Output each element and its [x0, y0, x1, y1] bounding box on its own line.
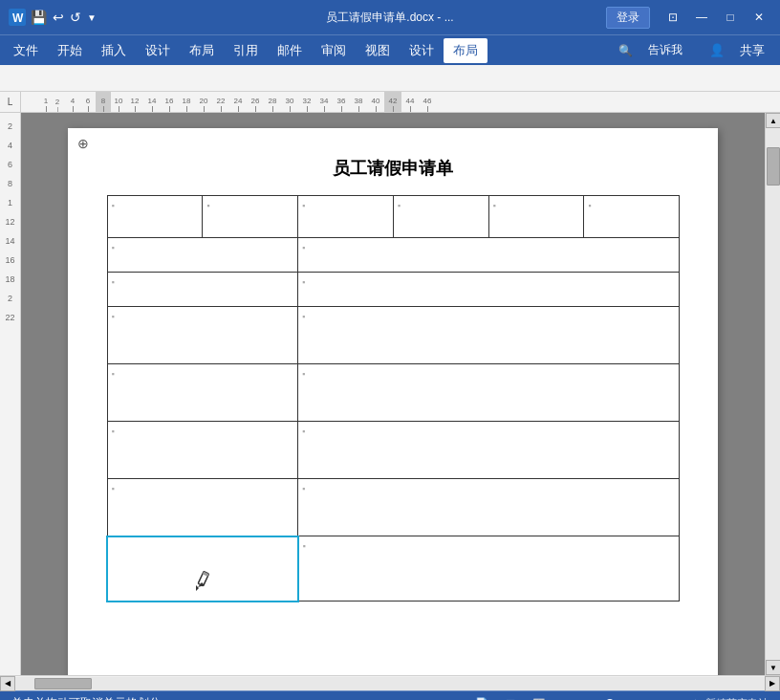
ruler-v-8: 8	[0, 174, 20, 193]
document-page: ⊕ 员工请假申请单 ▪ ▪ ▪ ▪ ▪ ▪ ▪	[68, 128, 718, 675]
table-cell[interactable]: ▪	[298, 479, 680, 536]
title-bar-controls: 登录 ⊡ — □ ✕	[606, 6, 772, 29]
close-button[interactable]: ✕	[746, 6, 772, 29]
ruler-numbers: 1 2 4 6 8 10 1	[21, 92, 436, 112]
table-cell[interactable]: ▪	[107, 364, 298, 422]
redo-icon[interactable]: ↺	[70, 10, 81, 25]
ruler-v-22: 22	[0, 308, 20, 327]
menu-insert[interactable]: 插入	[92, 38, 136, 63]
scroll-right-button[interactable]: ▶	[765, 676, 780, 691]
scroll-up-button[interactable]: ▲	[766, 113, 780, 128]
move-handle[interactable]: ⊕	[76, 136, 91, 151]
table-cell[interactable]: ▪	[584, 196, 680, 238]
page-wrapper: ⊕ 员工请假申请单 ▪ ▪ ▪ ▪ ▪ ▪ ▪	[21, 113, 765, 675]
scroll-down-button[interactable]: ▼	[766, 660, 780, 675]
document-title: 员工请假申请单.docx - ...	[326, 10, 453, 26]
table-cell[interactable]: ▪	[298, 196, 394, 238]
save-icon[interactable]: 💾	[31, 10, 47, 25]
menu-layout1[interactable]: 布局	[180, 38, 224, 63]
menu-view[interactable]: 视图	[356, 38, 400, 63]
table-row: ▪	[107, 536, 680, 602]
h-scroll-track[interactable]	[15, 677, 765, 690]
ruler-v-6: 6	[0, 155, 20, 174]
dropdown-icon[interactable]: ▼	[87, 12, 97, 23]
ribbon	[0, 65, 780, 92]
table-row: ▪ ▪	[107, 307, 680, 364]
watermark: ✦ 新精英充电站	[690, 696, 769, 701]
table-row: ▪ ▪	[107, 364, 680, 422]
table-cell[interactable]: ▪	[298, 536, 680, 602]
horizontal-scrollbar[interactable]: ◀ ▶	[0, 675, 780, 690]
ruler-v-10: 1	[0, 193, 20, 212]
ruler-v-18: 18	[0, 270, 20, 289]
table-cell[interactable]: ▪	[107, 422, 298, 479]
menu-references[interactable]: 引用	[224, 38, 268, 63]
undo-icon[interactable]: ↩	[53, 10, 64, 25]
table-row: ▪ ▪	[107, 479, 680, 536]
table-row: ▪ ▪	[107, 238, 680, 273]
minimize-button[interactable]: —	[688, 6, 715, 29]
table-row: ▪ ▪	[107, 273, 680, 307]
status-text: 单击并拖动可取消单元格划分。	[11, 695, 172, 700]
menu-bar-right: 🔍 告诉我 👤 共享	[607, 34, 776, 66]
table-cell[interactable]: ▪	[107, 273, 298, 307]
workspace: 2 4 6 8 1 12 14 16 18 2 22 ⊕ 员工请假申请单 ▪ ▪…	[0, 113, 780, 675]
maximize-button[interactable]: ⊡	[660, 6, 686, 29]
login-button[interactable]: 登录	[606, 7, 650, 29]
tell-me-label: 告诉我	[642, 38, 688, 62]
table-cell[interactable]: ▪	[298, 422, 680, 479]
table-cell[interactable]: ▪	[298, 273, 680, 307]
ruler-horizontal: L 1 2 4 6 8	[0, 92, 780, 113]
ruler-v-14: 14	[0, 231, 20, 251]
ruler-v-16: 16	[0, 251, 20, 270]
table-row: ▪ ▪	[107, 422, 680, 479]
view-print-button[interactable]: ▦	[500, 695, 521, 701]
table-cell[interactable]: ▪	[107, 238, 298, 273]
table-cell[interactable]: ▪	[298, 307, 680, 364]
watermark-text: 新精英充电站	[705, 696, 769, 700]
table-cell[interactable]: ▪	[488, 196, 584, 238]
menu-bar: 文件 开始 插入 设计 布局 引用 邮件 审阅 视图 设计 布局 🔍 告诉我 👤…	[0, 34, 780, 65]
menu-layout2[interactable]: 布局	[444, 38, 488, 63]
highlighted-cell[interactable]	[107, 536, 298, 602]
share-icon: 👤	[704, 39, 730, 61]
table-cell[interactable]: ▪	[203, 196, 298, 238]
h-scroll-thumb[interactable]	[34, 678, 92, 689]
table-cell[interactable]: ▪	[107, 479, 298, 536]
table-cell[interactable]: ▪	[298, 364, 680, 422]
restore-button[interactable]: □	[717, 6, 744, 29]
ruler-v-20: 2	[0, 289, 20, 308]
title-bar: W 💾 ↩ ↺ ▼ 员工请假申请单.docx - ... 登录 ⊡ — □ ✕	[0, 0, 780, 34]
document-table: ▪ ▪ ▪ ▪ ▪ ▪ ▪ ▪ ▪ ▪	[106, 195, 680, 602]
view-web-button[interactable]: 📰	[529, 695, 550, 701]
title-bar-left: W 💾 ↩ ↺ ▼	[8, 8, 108, 27]
scroll-left-button[interactable]: ◀	[0, 676, 15, 691]
menu-design[interactable]: 设计	[136, 38, 180, 63]
ruler-v-2: 2	[0, 117, 20, 136]
table-cell[interactable]: ▪	[107, 307, 298, 364]
quick-access-toolbar: 💾 ↩ ↺ ▼	[31, 10, 97, 25]
view-read-button[interactable]: 📄	[471, 695, 492, 701]
ruler-v-12: 12	[0, 212, 20, 231]
ruler-v-4: 4	[0, 136, 20, 155]
vertical-scrollbar[interactable]: ▲ ▼	[765, 113, 780, 675]
scroll-thumb[interactable]	[767, 147, 780, 186]
table-cell[interactable]: ▪	[298, 238, 680, 273]
scroll-track[interactable]	[766, 128, 780, 660]
table-row: ▪ ▪ ▪ ▪ ▪ ▪	[107, 196, 680, 238]
menu-home[interactable]: 开始	[48, 38, 92, 63]
document-area[interactable]: ⊕ 员工请假申请单 ▪ ▪ ▪ ▪ ▪ ▪ ▪	[21, 113, 765, 675]
share-button[interactable]: 👤 共享	[698, 38, 776, 63]
table-cell[interactable]: ▪	[393, 196, 488, 238]
menu-review[interactable]: 审阅	[312, 38, 356, 63]
ruler-vertical: 2 4 6 8 1 12 14 16 18 2 22	[0, 113, 21, 675]
menu-mailings[interactable]: 邮件	[268, 38, 312, 63]
tell-me-search[interactable]: 🔍 告诉我	[607, 34, 694, 66]
ruler-tab-stop[interactable]: L	[8, 97, 13, 107]
word-app-icon: W	[8, 8, 27, 27]
search-icon: 🔍	[613, 40, 639, 61]
table-cell[interactable]: ▪	[107, 196, 203, 238]
watermark-icon: ✦	[690, 696, 702, 701]
menu-design2[interactable]: 设计	[400, 38, 444, 63]
menu-file[interactable]: 文件	[4, 38, 48, 63]
